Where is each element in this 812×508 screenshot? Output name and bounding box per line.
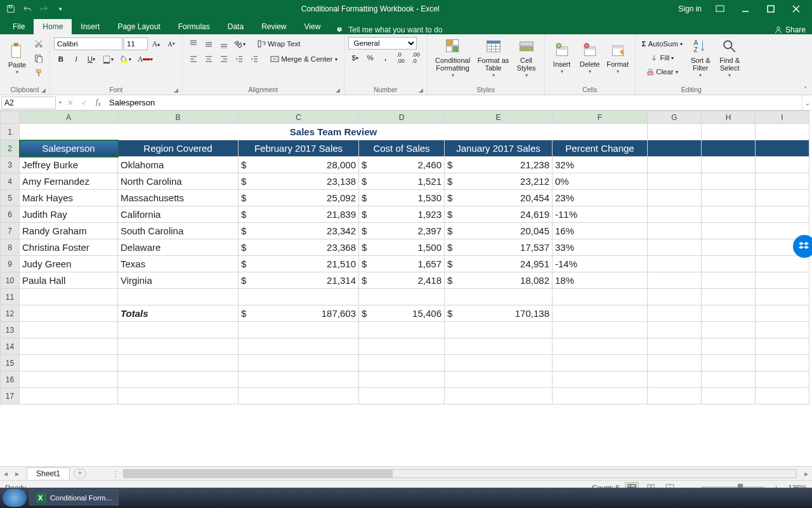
align-top-icon[interactable] bbox=[187, 37, 200, 51]
alignment-dialog-icon[interactable]: ◢ bbox=[336, 87, 340, 93]
font-size-input[interactable] bbox=[124, 37, 148, 50]
row-header[interactable]: 16 bbox=[1, 371, 20, 388]
paste-button[interactable]: Paste▾ bbox=[4, 37, 30, 79]
clear-button[interactable]: Clear ▾ bbox=[639, 65, 686, 79]
row-header[interactable]: 2 bbox=[1, 140, 20, 157]
col-header[interactable]: E bbox=[445, 111, 553, 124]
name-box[interactable] bbox=[1, 97, 56, 109]
redo-icon[interactable] bbox=[37, 3, 51, 15]
column-header-cell[interactable]: Salesperson bbox=[20, 140, 118, 157]
row-header[interactable]: 4 bbox=[1, 173, 20, 190]
comma-format-icon[interactable]: , bbox=[379, 51, 393, 65]
cell[interactable]: 23% bbox=[553, 190, 648, 206]
share-button[interactable]: Share bbox=[774, 25, 806, 34]
autosum-button[interactable]: Σ AutoSum ▾ bbox=[639, 37, 686, 51]
row-header[interactable]: 6 bbox=[1, 206, 20, 223]
decrease-indent-icon[interactable] bbox=[232, 52, 246, 66]
row-header[interactable]: 14 bbox=[1, 338, 20, 355]
number-format-select[interactable]: General bbox=[348, 37, 417, 50]
cell[interactable]: 16% bbox=[553, 223, 648, 239]
sheet-nav-prev-icon[interactable]: ◂ bbox=[0, 469, 11, 478]
decrease-font-icon[interactable]: A▾ bbox=[164, 37, 178, 51]
collapse-ribbon-icon[interactable]: ˄ bbox=[804, 86, 807, 93]
decrease-decimal-icon[interactable]: .00.0 bbox=[409, 51, 423, 65]
col-header[interactable]: C bbox=[239, 111, 359, 124]
fill-button[interactable]: Fill ▾ bbox=[639, 51, 686, 65]
col-header[interactable]: H bbox=[702, 111, 756, 124]
row-header[interactable]: 13 bbox=[1, 322, 20, 338]
font-dialog-icon[interactable]: ◢ bbox=[174, 87, 178, 93]
col-header[interactable]: G bbox=[648, 111, 702, 124]
conditional-formatting-button[interactable]: Conditional Formatting▾ bbox=[431, 37, 475, 79]
maximize-icon[interactable] bbox=[759, 1, 783, 17]
cell[interactable]: Virginia bbox=[118, 272, 239, 289]
qat-dropdown-icon[interactable]: ▾ bbox=[53, 3, 67, 15]
align-bottom-icon[interactable] bbox=[217, 37, 231, 51]
taskbar-excel-item[interactable]: X Conditional Form... bbox=[29, 490, 119, 505]
cell[interactable]: Paula Hall bbox=[20, 272, 118, 289]
border-button[interactable]: ▾ bbox=[100, 52, 116, 66]
column-header-cell[interactable]: January 2017 Sales bbox=[445, 140, 553, 157]
insert-cells-button[interactable]: Insert▾ bbox=[549, 37, 575, 79]
cell[interactable]: Judith Ray bbox=[20, 206, 118, 223]
cell[interactable]: Delaware bbox=[118, 239, 239, 256]
row-header[interactable]: 9 bbox=[1, 256, 20, 272]
cell[interactable]: Texas bbox=[118, 256, 239, 272]
bold-button[interactable]: B bbox=[54, 52, 68, 66]
tellme-search[interactable]: Tell me what you want to do bbox=[336, 25, 442, 34]
undo-icon[interactable] bbox=[20, 3, 34, 15]
save-icon[interactable] bbox=[4, 3, 18, 15]
cell-styles-button[interactable]: Cell Styles▾ bbox=[513, 37, 540, 79]
align-left-icon[interactable] bbox=[187, 52, 200, 66]
row-header[interactable]: 3 bbox=[1, 157, 20, 173]
row-header[interactable]: 17 bbox=[1, 388, 20, 404]
cell[interactable]: Judy Green bbox=[20, 256, 118, 272]
font-name-input[interactable] bbox=[54, 37, 122, 50]
cell[interactable]: 0% bbox=[553, 173, 648, 190]
ribbon-display-icon[interactable] bbox=[708, 1, 732, 17]
cell[interactable]: Totals bbox=[118, 305, 239, 322]
col-header[interactable]: B bbox=[118, 111, 239, 124]
cell[interactable]: South Carolina bbox=[118, 223, 239, 239]
align-center-icon[interactable] bbox=[202, 52, 216, 66]
enter-formula-icon[interactable]: ✓ bbox=[77, 98, 91, 107]
sheet-nav-next-icon[interactable]: ▸ bbox=[11, 469, 23, 478]
merge-center-button[interactable]: Merge & Center ▾ bbox=[268, 52, 340, 66]
font-color-button[interactable]: A▾ bbox=[135, 52, 155, 66]
copy-icon[interactable] bbox=[32, 51, 46, 65]
cell[interactable]: North Carolina bbox=[118, 173, 239, 190]
increase-font-icon[interactable]: A▴ bbox=[149, 37, 163, 51]
format-cells-button[interactable]: Format▾ bbox=[605, 37, 631, 79]
column-header-cell[interactable]: Cost of Sales bbox=[359, 140, 445, 157]
cell[interactable]: Randy Graham bbox=[20, 223, 118, 239]
close-icon[interactable] bbox=[784, 1, 808, 17]
add-sheet-icon[interactable]: + bbox=[74, 469, 86, 479]
underline-button[interactable]: U ▾ bbox=[84, 52, 98, 66]
cell[interactable]: -14% bbox=[553, 256, 648, 272]
wrap-text-button[interactable]: Wrap Text bbox=[254, 37, 303, 51]
tab-home[interactable]: Home bbox=[34, 19, 72, 34]
cut-icon[interactable] bbox=[32, 37, 46, 51]
cell[interactable]: 18% bbox=[553, 272, 648, 289]
align-right-icon[interactable] bbox=[217, 52, 231, 66]
signin-button[interactable]: Sign in bbox=[673, 1, 707, 17]
col-header[interactable]: D bbox=[359, 111, 445, 124]
clipboard-dialog-icon[interactable]: ◢ bbox=[41, 87, 46, 93]
cell[interactable]: Amy Fernandez bbox=[20, 173, 118, 190]
cell[interactable]: 32% bbox=[553, 157, 648, 173]
column-header-cell[interactable]: Region Covered bbox=[118, 140, 239, 157]
tab-file[interactable]: File bbox=[4, 19, 34, 34]
col-header[interactable]: I bbox=[756, 111, 809, 124]
minimize-icon[interactable] bbox=[733, 1, 757, 17]
cell[interactable]: -11% bbox=[553, 206, 648, 223]
align-middle-icon[interactable] bbox=[202, 37, 216, 51]
orientation-icon[interactable]: ab▾ bbox=[232, 37, 248, 51]
row-header[interactable]: 7 bbox=[1, 223, 20, 239]
cell[interactable]: Mark Hayes bbox=[20, 190, 118, 206]
format-as-table-button[interactable]: Format as Table▾ bbox=[476, 37, 511, 79]
tab-review[interactable]: Review bbox=[252, 19, 295, 34]
col-header[interactable]: A bbox=[20, 111, 118, 124]
increase-decimal-icon[interactable]: .0.00 bbox=[394, 51, 408, 65]
select-all-cell[interactable] bbox=[1, 111, 20, 124]
cell[interactable]: 33% bbox=[553, 239, 648, 256]
